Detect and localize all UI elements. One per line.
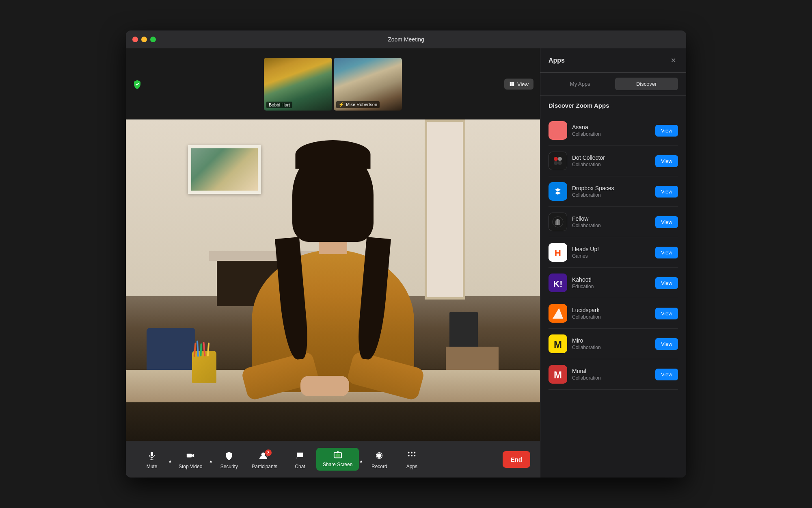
app-item-kahoot: K! Kahoot! Education View bbox=[549, 268, 678, 298]
security-label: Security bbox=[220, 464, 238, 469]
video-area: Bobbi Hart ⚡ Mike Robertson View bbox=[126, 48, 540, 478]
svg-point-20 bbox=[555, 126, 561, 131]
participants-icon: 3 bbox=[258, 449, 271, 462]
security-indicator bbox=[132, 79, 142, 89]
maximize-button[interactable] bbox=[150, 37, 156, 42]
miro-view-button[interactable]: View bbox=[655, 338, 678, 350]
lucidspark-icon bbox=[549, 304, 567, 323]
kahoot-icon: K! bbox=[549, 274, 567, 292]
asana-icon bbox=[549, 121, 567, 140]
app-item-mural: M Mural Collaboration View bbox=[549, 359, 678, 390]
end-meeting-button[interactable]: End bbox=[503, 451, 530, 468]
control-bar: Mute ▲ Stop bbox=[126, 441, 540, 478]
headsup-view-button[interactable]: View bbox=[655, 247, 678, 258]
svg-text:H: H bbox=[555, 248, 561, 258]
participants-count-badge: 3 bbox=[265, 449, 272, 456]
svg-point-26 bbox=[558, 161, 562, 165]
kahoot-view-button[interactable]: View bbox=[655, 277, 678, 289]
close-sidebar-button[interactable]: ✕ bbox=[668, 56, 678, 65]
controls-left: Mute ▲ Stop bbox=[136, 446, 503, 473]
dropbox-info: Dropbox Spaces Collaboration bbox=[572, 185, 650, 198]
mural-name: Mural bbox=[572, 368, 650, 374]
chat-icon bbox=[294, 449, 307, 462]
stop-video-button[interactable]: Stop Video bbox=[172, 446, 209, 473]
share-screen-icon bbox=[333, 451, 342, 460]
top-bar: Bobbi Hart ⚡ Mike Robertson View bbox=[126, 48, 540, 119]
svg-rect-15 bbox=[411, 452, 412, 454]
discover-title: Discover Zoom Apps bbox=[549, 102, 678, 109]
apps-sidebar: Apps ✕ My Apps Discover Discover Zoom Ap… bbox=[540, 48, 686, 478]
thumbnail-label-bobbi: Bobbi Hart bbox=[266, 102, 292, 108]
close-button[interactable] bbox=[132, 37, 138, 42]
share-screen-label: Share Screen bbox=[323, 462, 352, 467]
kahoot-category: Education bbox=[572, 284, 650, 289]
chat-button[interactable]: Chat bbox=[284, 446, 316, 473]
svg-text:M: M bbox=[554, 339, 562, 350]
miro-icon: M bbox=[549, 334, 567, 353]
apps-label: Apps bbox=[406, 464, 417, 469]
security-button[interactable]: Security bbox=[213, 446, 245, 473]
window-title: Zoom Meeting bbox=[388, 36, 424, 43]
svg-text:K!: K! bbox=[553, 279, 562, 289]
miro-info: Miro Collaboration bbox=[572, 337, 650, 350]
app-item-fellow: Fellow Collaboration View bbox=[549, 207, 678, 237]
mute-button[interactable]: Mute bbox=[136, 446, 168, 473]
security-icon bbox=[222, 449, 235, 462]
apps-button[interactable]: Apps bbox=[395, 446, 428, 473]
svg-rect-14 bbox=[408, 452, 410, 454]
mural-view-button[interactable]: View bbox=[655, 369, 678, 380]
video-chevron[interactable]: ▲ bbox=[209, 456, 213, 463]
thumbnail-mike-robertson[interactable]: ⚡ Mike Robertson bbox=[334, 58, 402, 111]
thumbnail-list: Bobbi Hart ⚡ Mike Robertson bbox=[264, 58, 402, 111]
dropbox-category: Collaboration bbox=[572, 192, 650, 198]
svg-rect-17 bbox=[408, 455, 410, 456]
asana-name: Asana bbox=[572, 124, 650, 130]
miro-category: Collaboration bbox=[572, 345, 650, 350]
mute-chevron[interactable]: ▲ bbox=[168, 456, 172, 463]
mute-control: Mute ▲ bbox=[136, 446, 172, 473]
share-chevron[interactable]: ▲ bbox=[359, 456, 363, 463]
sidebar-header: Apps ✕ bbox=[540, 48, 686, 73]
svg-rect-1 bbox=[512, 82, 514, 84]
asana-info: Asana Collaboration bbox=[572, 124, 650, 137]
tab-discover[interactable]: Discover bbox=[615, 78, 678, 90]
svg-rect-18 bbox=[411, 455, 412, 456]
discover-section[interactable]: Discover Zoom Apps Asana bbox=[540, 96, 686, 478]
video-camera-icon bbox=[184, 449, 197, 462]
share-screen-control: Share Screen ▲ bbox=[316, 446, 363, 473]
traffic-lights bbox=[132, 37, 156, 42]
minimize-button[interactable] bbox=[141, 37, 147, 42]
svg-rect-4 bbox=[151, 452, 153, 456]
dot-collector-icon bbox=[549, 152, 567, 170]
headsup-info: Heads Up! Games bbox=[572, 246, 650, 259]
share-screen-button[interactable]: Share Screen bbox=[316, 448, 359, 471]
asana-view-button[interactable]: View bbox=[655, 125, 678, 137]
lucidspark-name: Lucidspark bbox=[572, 307, 650, 313]
svg-rect-11 bbox=[335, 454, 340, 456]
chair bbox=[147, 328, 195, 377]
svg-point-24 bbox=[558, 157, 562, 161]
fellow-view-button[interactable]: View bbox=[655, 216, 678, 228]
asana-category: Collaboration bbox=[572, 131, 650, 137]
record-icon bbox=[373, 449, 386, 462]
app-item-lucidspark: Lucidspark Collaboration View bbox=[549, 298, 678, 329]
microphone-icon bbox=[145, 449, 158, 462]
dot-collector-view-button[interactable]: View bbox=[655, 155, 678, 167]
dot-collector-info: Dot Collector Collaboration bbox=[572, 154, 650, 167]
thumbnail-bobbi-hart[interactable]: Bobbi Hart bbox=[264, 58, 332, 111]
app-list: Asana Collaboration View bbox=[549, 115, 678, 390]
participants-button[interactable]: 3 Participants bbox=[245, 446, 284, 473]
app-item-dot-collector: Dot Collector Collaboration View bbox=[549, 146, 678, 176]
svg-rect-3 bbox=[512, 84, 514, 86]
fellow-name: Fellow bbox=[572, 215, 650, 222]
lucidspark-view-button[interactable]: View bbox=[655, 308, 678, 319]
app-item-headsup: H Heads Up! Games View bbox=[549, 237, 678, 268]
controls-right: End bbox=[503, 451, 530, 468]
record-button[interactable]: Record bbox=[363, 446, 395, 473]
headsup-category: Games bbox=[572, 253, 650, 259]
svg-point-12 bbox=[377, 454, 382, 458]
view-button[interactable]: View bbox=[504, 78, 533, 89]
tab-bar: My Apps Discover bbox=[540, 73, 686, 96]
dropbox-view-button[interactable]: View bbox=[655, 186, 678, 198]
tab-my-apps[interactable]: My Apps bbox=[549, 78, 612, 90]
